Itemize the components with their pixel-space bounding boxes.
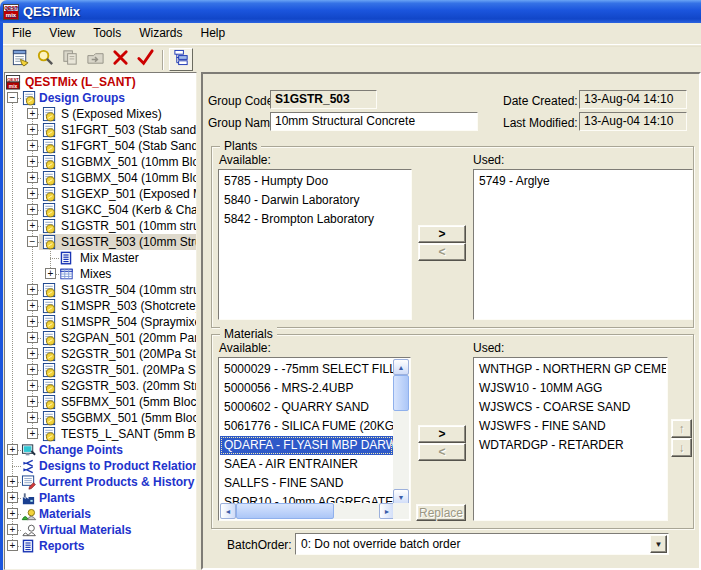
materials-replace-button[interactable]: Replace (416, 504, 466, 521)
menu-item-tools[interactable]: Tools (84, 23, 130, 44)
delete-button[interactable] (108, 48, 132, 71)
list-item[interactable]: 5000056 - MRS-2.4UBP (220, 379, 393, 398)
materials-used-list[interactable]: WNTHGP - NORTHERN GP CEMENTWJSW10 - 10MM… (473, 357, 668, 521)
tree-item[interactable]: +TEST5_L_SANT (5mm Block (5, 426, 196, 442)
list-item[interactable]: SALLFS - FINE SAND (220, 474, 393, 493)
tree-expander-plus-icon[interactable]: + (7, 444, 18, 455)
menu-item-view[interactable]: View (40, 23, 84, 44)
tree-panel[interactable]: QESTmixQESTMix (L_SANT)−Design Groups+S … (4, 72, 197, 570)
tree-expander-plus-icon[interactable]: + (27, 188, 38, 199)
tree-view-toggle-button[interactable] (169, 48, 193, 71)
group-code-field[interactable]: S1GSTR_503 (270, 90, 377, 109)
list-item[interactable]: WJSW10 - 10MM AGG (475, 379, 666, 398)
tree-item[interactable]: +S2GPAN_501 (20mm Panel (5, 330, 196, 346)
materials-vertical-scrollbar[interactable]: ▲ ▼ (393, 359, 409, 505)
tree-expander-minus-icon[interactable]: − (7, 92, 18, 103)
plants-used-list[interactable]: 5749 - Arglye (473, 169, 693, 320)
tree-expander-plus-icon[interactable]: + (7, 540, 18, 551)
tree-expander-plus-icon[interactable]: + (7, 492, 18, 503)
plants-add-button[interactable]: > (418, 225, 466, 243)
tree-item[interactable]: Mix Master (5, 250, 196, 266)
tree-expander-plus-icon[interactable]: + (27, 220, 38, 231)
find-button[interactable] (33, 48, 57, 71)
list-item[interactable]: 5842 - Brompton Laboratory (220, 210, 410, 229)
tree-expander-plus-icon[interactable]: + (27, 300, 38, 311)
tree-expander-plus-icon[interactable]: + (27, 428, 38, 439)
tree-expander-plus-icon[interactable]: + (27, 172, 38, 183)
tree-item[interactable]: −S1GSTR_503 (10mm Struct (5, 234, 196, 250)
tree-expander-minus-icon[interactable]: − (27, 236, 38, 247)
menu-item-file[interactable]: File (3, 23, 40, 44)
tree-item[interactable]: +S1FGRT_504 (Stab Sands, (5, 138, 196, 154)
copy-button[interactable] (58, 48, 82, 71)
tree-item[interactable]: +Virtual Materials (5, 522, 196, 538)
tree-expander-plus-icon[interactable]: + (27, 316, 38, 327)
tree-expander-plus-icon[interactable]: + (7, 508, 18, 519)
scroll-left-icon[interactable]: ◄ (220, 503, 236, 519)
tree-item[interactable]: +Materials (5, 506, 196, 522)
tree-item[interactable]: +S2GSTR_503. (20mm Struc (5, 378, 196, 394)
tree-item[interactable]: +S5FBMX_501 (5mm Blockmi (5, 394, 196, 410)
plants-remove-button[interactable]: < (418, 243, 466, 261)
list-item[interactable]: 5749 - Arglye (475, 172, 691, 191)
list-item[interactable]: QDARFA - FLYASH MBP DARWIN (220, 436, 393, 455)
batch-order-select[interactable]: 0: Do not override batch order ▼ (295, 533, 669, 555)
tree-item[interactable]: +S1GEXP_501 (Exposed Mix (5, 186, 196, 202)
list-item[interactable]: 5840 - Darwin Laboratory (220, 191, 410, 210)
vertical-scrollbar-thumb[interactable] (393, 375, 409, 411)
tree-expander-plus-icon[interactable]: + (27, 140, 38, 151)
tree-expander-plus-icon[interactable]: + (7, 476, 18, 487)
tree-expander-plus-icon[interactable]: + (27, 204, 38, 215)
list-item[interactable]: 5785 - Humpty Doo (220, 172, 410, 191)
apply-button[interactable] (133, 48, 157, 71)
materials-move-down-button[interactable]: ↓ (671, 438, 692, 457)
materials-add-button[interactable]: > (418, 425, 466, 443)
tree-expander-plus-icon[interactable]: + (27, 284, 38, 295)
tree-expander-plus-icon[interactable]: + (27, 364, 38, 375)
tree-item[interactable]: +Current Products & History (5, 474, 196, 490)
tree-item[interactable]: +S1MSPR_503 (Shotcrete) (5, 298, 196, 314)
tree-expander-plus-icon[interactable]: + (27, 124, 38, 135)
tree-item[interactable]: +S1GSTR_504 (10mm structu (5, 282, 196, 298)
dropdown-arrow-icon[interactable]: ▼ (650, 535, 667, 553)
new-design-button[interactable] (8, 48, 32, 71)
tree-item[interactable]: +S1GBMX_504 (10mm Blockmi (5, 170, 196, 186)
list-item[interactable]: SAEA - AIR ENTRAINER (220, 455, 393, 474)
tree-item[interactable]: +S1GBMX_501 (10mm Blockmi (5, 154, 196, 170)
tree-expander-plus-icon[interactable]: + (7, 524, 18, 535)
list-item[interactable]: SBOR10 - 10mm AGGREGATE (220, 493, 393, 503)
tree-expander-plus-icon[interactable]: + (45, 268, 56, 279)
list-item[interactable]: WNTHGP - NORTHERN GP CEMENT (475, 360, 666, 379)
tree-expander-plus-icon[interactable]: + (27, 332, 38, 343)
tree-item[interactable]: +S1FGRT_503 (Stab sands, (5, 122, 196, 138)
tree-item[interactable]: Designs to Product Relation (5, 458, 196, 474)
materials-available-list[interactable]: 5000029 - -75mm SELECT FILL5000056 - MRS… (218, 357, 411, 521)
list-item[interactable]: WDTARDGP - RETARDER (475, 436, 666, 455)
tree-item[interactable]: +S2GSTR_501 (20MPa Struc (5, 346, 196, 362)
tree-expander-plus-icon[interactable]: + (27, 348, 38, 359)
menu-item-help[interactable]: Help (192, 23, 235, 44)
tree-expander-plus-icon[interactable]: + (27, 156, 38, 167)
tree-item[interactable]: +Change Points (5, 442, 196, 458)
tree-item[interactable]: +Plants (5, 490, 196, 506)
tree-item[interactable]: +S1GKC_504 (Kerb & Chann (5, 202, 196, 218)
tree-expander-plus-icon[interactable]: + (27, 396, 38, 407)
tree-item[interactable]: +S2GSTR_501. (20MPa Struc (5, 362, 196, 378)
move-button[interactable] (83, 48, 107, 71)
tree-item[interactable]: −Design Groups (5, 90, 196, 106)
materials-remove-button[interactable]: < (418, 443, 466, 461)
tree-expander-plus-icon[interactable]: + (27, 108, 38, 119)
tree-item[interactable]: +S1GSTR_501 (10mm structu (5, 218, 196, 234)
group-name-input[interactable]: 10mm Structural Concrete (270, 112, 478, 131)
tree-item[interactable]: QESTmixQESTMix (L_SANT) (5, 74, 196, 90)
materials-move-up-button[interactable]: ↑ (671, 419, 692, 438)
list-item[interactable]: 5000602 - QUARRY SAND (220, 398, 393, 417)
tree-item[interactable]: +S (Exposed Mixes) (5, 106, 196, 122)
plants-available-list[interactable]: 5785 - Humpty Doo5840 - Darwin Laborator… (218, 169, 412, 320)
tree-item[interactable]: +S1MSPR_504 (Spraymixes) (5, 314, 196, 330)
menu-item-wizards[interactable]: Wizards (130, 23, 191, 44)
list-item[interactable]: WJSWCS - COARSE SAND (475, 398, 666, 417)
title-bar[interactable]: QEST mix QESTMix (0, 0, 701, 23)
tree-item[interactable]: +Reports (5, 538, 196, 554)
tree-item[interactable]: +S5GBMX_501 (5mm Blockm (5, 410, 196, 426)
